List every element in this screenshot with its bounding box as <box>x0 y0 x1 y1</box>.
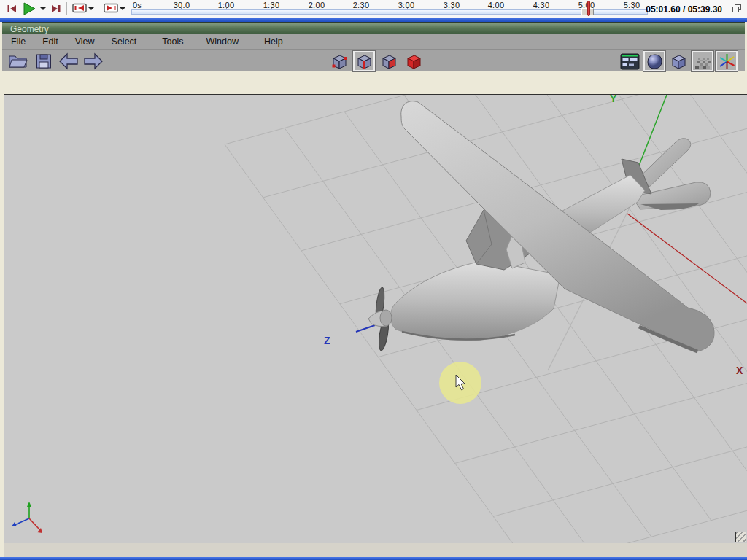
time-display: 05:01.60 / 05:39.30 <box>646 4 722 15</box>
ground-plane-button[interactable] <box>692 51 713 71</box>
object-mode-cube-icon <box>405 52 423 71</box>
z-axis-label: Z <box>324 335 330 346</box>
timeline-playhead[interactable] <box>587 1 590 16</box>
open-button[interactable] <box>7 51 28 71</box>
app-window: 0s 30.0 1:00 1:30 2:00 2:30 3:00 3:30 4:… <box>0 0 747 560</box>
orientation-tripod <box>12 502 42 533</box>
play-button[interactable] <box>23 2 36 18</box>
smooth-shading-button[interactable] <box>643 51 665 71</box>
flat-shading-button[interactable] <box>667 51 689 71</box>
back-arrow-icon <box>58 52 80 71</box>
clip-forward-caret[interactable] <box>120 7 125 10</box>
menu-edit[interactable]: Edit <box>42 36 58 47</box>
play-options-caret[interactable] <box>40 7 46 10</box>
clip-back-button[interactable] <box>72 3 88 16</box>
window-frame-bottom <box>0 557 747 560</box>
object-mode-button[interactable] <box>403 51 425 71</box>
flat-shading-cube-icon <box>670 52 688 71</box>
edge-mode-button[interactable] <box>353 51 375 71</box>
clip-back-caret[interactable] <box>88 7 94 10</box>
smooth-shading-sphere-icon <box>646 52 664 71</box>
vertex-mode-button[interactable] <box>328 51 350 71</box>
front-fuselage <box>391 260 561 341</box>
y-axis-label: Y <box>610 95 617 104</box>
geometry-window: Geometry File Edit View Select Tools Win… <box>0 22 747 557</box>
skip-to-end-button[interactable] <box>50 3 61 17</box>
clip-forward-button[interactable] <box>104 3 119 16</box>
viewport-3d[interactable]: Y Z X <box>4 94 747 543</box>
open-folder-icon <box>8 52 28 70</box>
skip-to-end-icon <box>50 3 61 14</box>
face-mode-cube-icon <box>380 52 398 71</box>
z-axis-line <box>356 325 375 332</box>
clip-forward-icon <box>104 3 119 13</box>
toolbar <box>2 50 745 71</box>
skip-to-start-icon <box>7 3 18 14</box>
axes-icon <box>718 52 736 71</box>
cascade-windows-icon[interactable] <box>732 4 742 13</box>
menubar: File Edit View Select Tools Window Help <box>2 34 745 50</box>
vertex-mode-cube-icon <box>330 52 349 71</box>
axes-button[interactable] <box>716 51 738 71</box>
menu-help[interactable]: Help <box>264 36 283 47</box>
ground-plane-icon <box>694 52 712 71</box>
save-button[interactable] <box>33 51 55 71</box>
properties-panel-button[interactable] <box>619 51 640 71</box>
menu-file[interactable]: File <box>11 36 26 47</box>
transport-bar: 0s 30.0 1:00 1:30 2:00 2:30 3:00 3:30 4:… <box>0 0 747 18</box>
menu-tools[interactable]: Tools <box>162 36 183 47</box>
save-icon <box>35 52 53 70</box>
skip-to-start-button[interactable] <box>7 3 18 17</box>
clip-back-icon <box>72 3 88 13</box>
airplane-model[interactable] <box>368 101 714 351</box>
play-icon <box>23 2 36 15</box>
viewport-resize-grip[interactable] <box>735 532 746 542</box>
properties-panel-icon <box>620 53 640 70</box>
transport-separator <box>66 2 67 15</box>
menu-select[interactable]: Select <box>112 36 137 47</box>
forward-button[interactable] <box>82 51 104 71</box>
back-button[interactable] <box>58 51 80 71</box>
x-axis-label: X <box>736 365 743 376</box>
scene-canvas[interactable]: Y Z X <box>4 95 747 543</box>
menu-window[interactable]: Window <box>206 36 239 47</box>
menu-view[interactable]: View <box>75 36 95 47</box>
titlebar[interactable]: Geometry <box>2 22 745 34</box>
face-mode-button[interactable] <box>378 51 400 71</box>
timeline-track[interactable] <box>131 9 648 15</box>
forward-arrow-icon <box>82 52 104 71</box>
propeller-hub <box>380 310 392 326</box>
window-title: Geometry <box>10 24 49 34</box>
edge-mode-cube-icon <box>355 52 374 71</box>
